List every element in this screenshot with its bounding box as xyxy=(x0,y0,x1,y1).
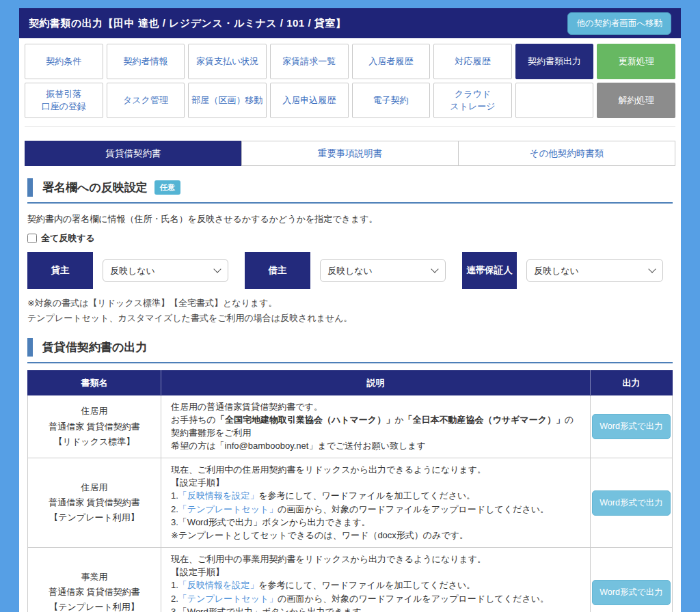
page-header: 契約書類の出力【田中 達也 / レジデンス・ルミナス / 101 / 貸室】 他… xyxy=(19,8,681,38)
select-wrap-landlord: 反映しない xyxy=(103,259,228,282)
select-group-landlord: 貸主反映しない xyxy=(27,252,238,289)
note-line-2: テンプレートセット、カスタマイズした書式をご利用の場合は反映されません。 xyxy=(27,311,673,326)
description-line: 1.「反映情報を設定」を参考にして、ワードファイルを加工してください。 xyxy=(171,490,580,502)
text-segment: 住居用の普通借家賃貸借契約書です。 xyxy=(171,402,323,412)
landlord-select[interactable]: 反映しない xyxy=(103,259,228,282)
nav-button-task-management[interactable]: タスク管理 xyxy=(107,83,185,118)
select-all-row: 全て反映する xyxy=(27,232,673,245)
select-label-guarantor: 連帯保証人 xyxy=(462,252,517,289)
text-segment: 3.「Word形式で出力」ボタンから出力できます。 xyxy=(171,607,371,612)
nav-button-contract-conditions[interactable]: 契約条件 xyxy=(25,44,103,79)
nav-button-electronic-contract[interactable]: 電子契約 xyxy=(352,83,431,118)
description-line: 現在、ご利用中の住居用契約書をリドックスから出力できるようになります。 xyxy=(171,464,580,476)
document-name-line: 普通借家 賃貸借契約書 xyxy=(32,419,157,434)
document-name-cell: 住居用普通借家 賃貸借契約書【テンプレート利用】 xyxy=(28,458,161,547)
select-group-guarantor: 連帯保証人反映しない xyxy=(462,252,673,289)
text-segment: 「全日本不動産協会（ウサギマーク）」 xyxy=(403,415,565,425)
description-line: 【設定手順】 xyxy=(171,477,580,489)
description-line: 住居用の普通借家賃貸借契約書です。 xyxy=(171,401,580,413)
table-header-row: 書類名 説明 出力 xyxy=(28,371,673,395)
tab-important-matters[interactable]: 重要事項説明書 xyxy=(241,141,459,166)
document-table-body: 住居用普通借家 賃貸借契約書【リドックス標準】住居用の普通借家賃貸借契約書です。… xyxy=(28,395,673,612)
document-description-cell: 現在、ご利用中の住居用契約書をリドックスから出力できるようになります。【設定手順… xyxy=(161,458,591,547)
text-segment: を参考にして、ワードファイルを加工してください。 xyxy=(258,490,475,501)
description-line: 2.「テンプレートセット」の画面から、対象のワードファイルをアップロードしてくだ… xyxy=(171,503,580,516)
nav-button-room-section-move[interactable]: 部屋（区画）移動 xyxy=(188,83,267,118)
select-label-tenant: 借主 xyxy=(245,252,310,289)
column-header-description: 説明 xyxy=(161,371,591,395)
nav-button-cloud-storage[interactable]: クラウド ストレージ xyxy=(433,83,512,118)
nav-button-rent-payment-status[interactable]: 家賃支払い状況 xyxy=(188,44,267,79)
nav-button-response-history[interactable]: 対応履歴 xyxy=(433,44,512,79)
word-output-button[interactable]: Word形式で出力 xyxy=(592,414,670,439)
description-line: ※テンプレートとしてセットできるのは、ワード（docx形式）のみです。 xyxy=(171,529,580,542)
move-to-other-contractor-button[interactable]: 他の契約者画面へ移動 xyxy=(567,12,671,35)
select-wrap-tenant: 反映しない xyxy=(320,259,446,282)
select-label-landlord: 貸主 xyxy=(27,252,93,289)
text-segment: 1. xyxy=(171,490,178,501)
nav-button-move-in-application-history[interactable]: 入居申込履歴 xyxy=(270,83,349,118)
tab-other-contract-documents[interactable]: その他契約時書類 xyxy=(458,141,675,166)
page: 契約書類の出力【田中 達也 / レジデンス・ルミナス / 101 / 貸室】 他… xyxy=(19,0,681,612)
tab-bar: 賃貸借契約書重要事項説明書その他契約時書類 xyxy=(25,141,675,166)
signature-notes: ※対象の書式は【リドックス標準】【全宅書式】となります。 テンプレートセット、カ… xyxy=(27,296,673,326)
section-accent-bar xyxy=(27,338,33,357)
document-name-line: 普通借家 賃貸借契約書 xyxy=(32,495,157,510)
document-name-line: 普通借家 賃貸借契約書 xyxy=(32,585,157,600)
tab-lease-contract[interactable]: 賃貸借契約書 xyxy=(25,141,242,166)
inline-link[interactable]: 「反映情報を設定」 xyxy=(178,580,258,590)
document-name-line: 【テンプレート利用】 xyxy=(32,510,157,525)
text-segment: 「全国宅地建物取引業協会（ハトマーク）」 xyxy=(216,415,394,425)
page-title: 契約書類の出力【田中 達也 / レジデンス・ルミナス / 101 / 貸室】 xyxy=(29,17,346,30)
optional-badge: 任意 xyxy=(154,180,180,195)
nav-button-empty xyxy=(515,83,594,118)
inline-link[interactable]: 「テンプレートセット」 xyxy=(178,594,278,604)
section-accent-bar xyxy=(27,178,33,197)
signature-section-header: 署名欄への反映設定 任意 xyxy=(27,178,673,204)
document-output-table: 書類名 説明 出力 住居用普通借家 賃貸借契約書【リドックス標準】住居用の普通借… xyxy=(27,370,673,612)
inline-link[interactable]: 「反映情報を設定」 xyxy=(178,490,258,501)
text-segment: 2. xyxy=(171,504,178,514)
description-line: 現在、ご利用中の事業用契約書をリドックスから出力できるようになります。 xyxy=(171,553,580,566)
description-line: 3.「Word形式で出力」ボタンから出力できます。 xyxy=(171,606,580,612)
document-name-line: 【リドックス標準】 xyxy=(32,434,157,449)
text-segment: お手持ちの xyxy=(171,415,216,425)
nav-button-cancellation-processing[interactable]: 解約処理 xyxy=(597,83,675,118)
output-section-title: 賃貸借契約書の出力 xyxy=(42,339,147,355)
viewport: 契約書類の出力【田中 達也 / レジデンス・ルミナス / 101 / 貸室】 他… xyxy=(0,0,700,612)
column-header-document-name: 書類名 xyxy=(28,371,161,395)
description-line: 【設定手順】 xyxy=(171,566,580,579)
nav-button-transfer-account-registration[interactable]: 振替引落 口座の登録 xyxy=(25,83,103,118)
nav-button-renewal-processing[interactable]: 更新処理 xyxy=(597,44,675,79)
select-wrap-guarantor: 反映しない xyxy=(526,259,663,282)
content-panel: 契約条件契約者情報家賃支払い状況家賃請求一覧入居者履歴対応履歴契約書類出力更新処… xyxy=(19,38,681,612)
document-description-cell: 現在、ご利用中の事業用契約書をリドックスから出力できるようになります。【設定手順… xyxy=(161,548,591,612)
word-output-button[interactable]: Word形式で出力 xyxy=(592,490,670,516)
nav-button-contract-documents-output[interactable]: 契約書類出力 xyxy=(515,44,594,79)
tenant-select[interactable]: 反映しない xyxy=(320,259,446,282)
document-name-line: 住居用 xyxy=(32,404,157,419)
text-segment: 3.「Word形式で出力」ボタンから出力できます。 xyxy=(171,517,371,527)
document-name-cell: 住居用普通借家 賃貸借契約書【リドックス標準】 xyxy=(28,395,161,458)
guarantor-select[interactable]: 反映しない xyxy=(526,259,663,282)
nav-button-contractor-info[interactable]: 契約者情報 xyxy=(107,44,185,79)
select-all-checkbox[interactable] xyxy=(27,234,37,243)
divider xyxy=(25,126,675,127)
text-segment: 【設定手順】 xyxy=(171,477,224,488)
text-segment: か xyxy=(394,415,403,425)
select-group-tenant: 借主反映しない xyxy=(245,252,455,289)
text-segment: 2. xyxy=(171,594,178,604)
table-row: 住居用普通借家 賃貸借契約書【リドックス標準】住居用の普通借家賃貸借契約書です。… xyxy=(28,395,673,458)
word-output-button[interactable]: Word形式で出力 xyxy=(592,580,670,605)
signature-section-description: 契約書内の署名欄に情報（住所・氏名）を反映させるかするかどうかを指定できます。 xyxy=(27,213,673,225)
text-segment: 希望の方は「info@bambooboy.net」までご送付お願い致します xyxy=(171,441,426,451)
table-row: 事業用普通借家 賃貸借契約書【テンプレート利用】現在、ご利用中の事業用契約書をリ… xyxy=(28,548,673,612)
table-row: 住居用普通借家 賃貸借契約書【テンプレート利用】現在、ご利用中の住居用契約書をリ… xyxy=(28,458,673,547)
output-section-header: 賃貸借契約書の出力 xyxy=(27,338,673,363)
text-segment: 現在、ご利用中の住居用契約書をリドックスから出力できるようになります。 xyxy=(171,464,486,475)
column-header-output: 出力 xyxy=(591,371,673,395)
document-output-cell: Word形式で出力 xyxy=(591,548,673,612)
nav-button-rent-invoice-list[interactable]: 家賃請求一覧 xyxy=(270,44,349,79)
inline-link[interactable]: 「テンプレートセット」 xyxy=(178,504,278,514)
nav-button-resident-history[interactable]: 入居者履歴 xyxy=(352,44,431,79)
